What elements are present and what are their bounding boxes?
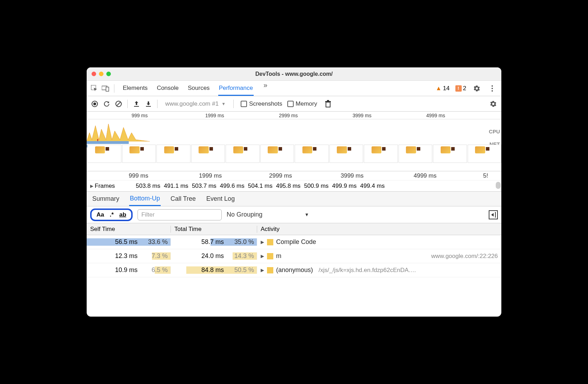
- issues-button[interactable]: ! 2: [455, 85, 466, 92]
- reload-record-button[interactable]: [101, 99, 112, 109]
- total-pct: 50.5 %: [226, 266, 254, 274]
- ruler-tick: 2999 ms: [279, 113, 298, 118]
- timeline-overview[interactable]: 999 ms 1999 ms 2999 ms 3999 ms 4999 ms C…: [87, 112, 501, 171]
- warnings-button[interactable]: ▲ 14: [436, 85, 450, 92]
- col-activity[interactable]: Activity: [257, 226, 501, 233]
- upload-button[interactable]: [131, 99, 142, 109]
- warning-icon: ▲: [436, 85, 442, 92]
- match-case-button[interactable]: Aa: [96, 211, 104, 218]
- col-total-time[interactable]: Total Time: [171, 226, 257, 233]
- filmstrip-frame[interactable]: [468, 145, 502, 163]
- frame-time: 499.4 ms: [360, 183, 385, 190]
- tab-sources[interactable]: Sources: [187, 81, 210, 96]
- tab-performance[interactable]: Performance: [218, 81, 254, 96]
- table-row[interactable]: 10.9 ms 6.5 % 84.8 ms 50.5 % ▶ (anonymou…: [87, 263, 501, 277]
- expand-icon[interactable]: ▶: [261, 267, 264, 273]
- activity-source[interactable]: www.google.com/:22:226: [431, 253, 498, 260]
- cpu-waveform: [87, 122, 150, 141]
- ruler-tick: 4999 ms: [426, 113, 445, 118]
- tab-console[interactable]: Console: [156, 81, 179, 96]
- frame-time: 504.1 ms: [248, 183, 273, 190]
- memory-checkbox[interactable]: Memory: [287, 100, 317, 107]
- total-time: 24.0 ms: [189, 252, 224, 260]
- tab-elements[interactable]: Elements: [122, 81, 148, 96]
- performance-toolbar: www.google.com #1 ▼ Screenshots Memory: [87, 96, 501, 112]
- regex-button[interactable]: .*: [110, 211, 114, 218]
- filmstrip-frame[interactable]: [329, 145, 363, 163]
- ruler-tick: 1999 ms: [199, 172, 222, 179]
- screenshots-checkbox[interactable]: Screenshots: [241, 100, 282, 107]
- checkbox-icon: [241, 101, 247, 107]
- filmstrip-frame[interactable]: [399, 145, 433, 163]
- frame-time: 499.9 ms: [332, 183, 357, 190]
- filter-toolbar: Aa .* ab No Grouping ▼: [87, 206, 501, 223]
- panel-tabs: Elements Console Sources Performance »: [122, 81, 434, 96]
- status-icons: ▲ 14 ! 2: [436, 84, 497, 93]
- divider: [157, 100, 158, 108]
- scrollbar-thumb[interactable]: [496, 182, 501, 189]
- table-row[interactable]: 12.3 ms 7.3 % 24.0 ms 14.3 % ▶ m www.goo…: [87, 249, 501, 263]
- frames-track-header[interactable]: ▶ Frames: [90, 183, 125, 190]
- activity-name: Compile Code: [276, 238, 316, 246]
- recording-selector[interactable]: www.google.com #1 ▼: [161, 100, 230, 107]
- detail-ruler: 999 ms 1999 ms 2999 ms 3999 ms 4999 ms 5…: [87, 171, 501, 180]
- capture-settings-icon[interactable]: [488, 99, 499, 109]
- activity-source[interactable]: /xjs/_/js/k=xjs.hd.en.fdzp62cEnDA.…: [319, 267, 416, 274]
- ruler-tick: 999 ms: [132, 113, 148, 118]
- frames-label: Frames: [95, 183, 115, 190]
- filmstrip-frame[interactable]: [87, 145, 121, 163]
- svg-rect-2: [106, 87, 109, 91]
- filmstrip-frame[interactable]: [295, 145, 329, 163]
- divider: [114, 84, 114, 93]
- delete-button[interactable]: [323, 99, 333, 109]
- issue-icon: !: [455, 85, 462, 92]
- chevron-down-icon: ▼: [221, 101, 226, 106]
- cpu-label: CPU: [489, 128, 500, 134]
- self-time: 10.9 ms: [102, 266, 138, 274]
- title-bar: DevTools - www.google.com/: [87, 67, 501, 81]
- overview-ruler: 999 ms 1999 ms 2999 ms 3999 ms 4999 ms: [87, 112, 501, 119]
- filmstrip-frame[interactable]: [260, 145, 294, 163]
- frame-time: 491.1 ms: [164, 183, 188, 190]
- download-button[interactable]: [143, 99, 154, 109]
- activity-category-icon: [267, 267, 273, 273]
- filmstrip-frame[interactable]: [191, 145, 225, 163]
- col-self-time[interactable]: Self Time: [87, 226, 171, 233]
- device-toolbar-icon[interactable]: [101, 84, 111, 93]
- settings-icon[interactable]: [472, 84, 482, 93]
- table-row[interactable]: 56.5 ms 33.6 % 58.7 ms 35.0 % ▶ Compile …: [87, 235, 501, 249]
- table-header: Self Time Total Time Activity: [87, 223, 501, 235]
- filmstrip-frame[interactable]: [122, 145, 156, 163]
- frames-track[interactable]: ▶ Frames 503.8 ms 491.1 ms 503.7 ms 499.…: [87, 180, 501, 192]
- filmstrip-frame[interactable]: [433, 145, 467, 163]
- filmstrip-frame[interactable]: [364, 145, 398, 163]
- tab-bottom-up[interactable]: Bottom-Up: [129, 192, 161, 206]
- svg-rect-12: [326, 102, 330, 107]
- ruler-tick: 5!: [483, 172, 488, 179]
- clear-button[interactable]: [113, 99, 124, 109]
- self-pct: 33.6 %: [140, 238, 168, 246]
- expand-icon[interactable]: ▶: [261, 253, 264, 259]
- frame-time: 499.6 ms: [220, 183, 245, 190]
- svg-rect-14: [327, 100, 329, 101]
- tab-summary[interactable]: Summary: [92, 192, 120, 205]
- filmstrip-frame[interactable]: [226, 145, 260, 163]
- inspect-element-icon[interactable]: [89, 84, 99, 93]
- expand-icon[interactable]: ▶: [261, 239, 264, 245]
- screenshots-label: Screenshots: [249, 100, 282, 107]
- grouping-selector[interactable]: No Grouping ▼: [227, 211, 309, 218]
- filter-options-highlight: Aa .* ab: [90, 208, 133, 221]
- tab-call-tree[interactable]: Call Tree: [170, 192, 196, 205]
- record-button[interactable]: [89, 99, 100, 109]
- issues-count: 2: [463, 85, 466, 92]
- filter-input[interactable]: [138, 209, 222, 220]
- more-tabs-button[interactable]: »: [261, 81, 269, 96]
- frame-times: 503.8 ms 491.1 ms 503.7 ms 499.6 ms 504.…: [136, 183, 385, 190]
- tab-event-log[interactable]: Event Log: [206, 192, 235, 205]
- whole-word-button[interactable]: ab: [119, 211, 126, 218]
- activity-category-icon: [267, 239, 273, 245]
- more-menu-icon[interactable]: [487, 84, 497, 93]
- svg-rect-10: [134, 106, 139, 107]
- toggle-sidebar-button[interactable]: [489, 210, 498, 219]
- filmstrip-frame[interactable]: [156, 145, 191, 163]
